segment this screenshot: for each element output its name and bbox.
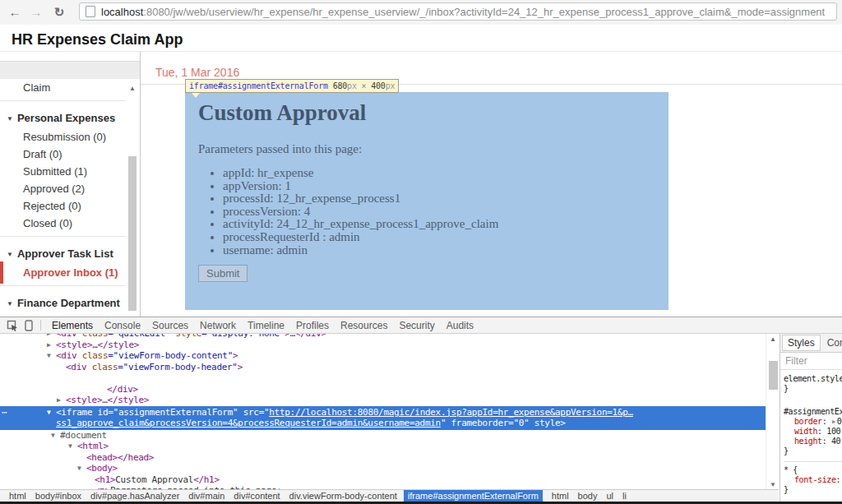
css-selector[interactable]: * { [784, 465, 842, 475]
breadcrumb-item[interactable]: div#main [188, 491, 224, 501]
dom-tree-node[interactable]: <div class="viewForm-body-header"> [0, 362, 766, 373]
syntax-token: <body> [86, 463, 118, 474]
section-collapse-icon[interactable]: ▼ [7, 300, 13, 307]
css-property[interactable]: border: ▶0p [784, 417, 842, 427]
reload-icon[interactable]: ↻ [51, 4, 67, 21]
dom-tree-node[interactable]: ▶<style>…</style> [0, 395, 766, 406]
sidebar-item-approver-inbox-1[interactable]: Approver Inbox (1) [0, 264, 125, 281]
dom-tree-node[interactable]: ▼<body> [0, 463, 766, 474]
styles-panel-tab-computed[interactable]: Computed [822, 335, 842, 350]
scroll-up-icon[interactable]: ▲ [770, 335, 776, 343]
css-property-name[interactable]: width [794, 427, 817, 436]
dom-tree-node-line: ss1_approve_claim&processVersion=4&proce… [0, 418, 766, 429]
sidebar-item-rejected-0[interactable]: Rejected (0) [0, 197, 125, 215]
syntax-token: ="quickEdit" [108, 334, 170, 339]
dom-tree-node[interactable]: <h1>Custom Approval</h1> [0, 474, 766, 486]
breadcrumb-item[interactable]: div.viewForm-body-content [289, 491, 397, 501]
expand-arrow-icon[interactable]: ▶ [832, 418, 835, 425]
collapse-arrow-icon[interactable]: ▼ [51, 430, 60, 442]
css-property-value[interactable]: 40 [831, 437, 840, 446]
scrollbar-thumb[interactable] [769, 361, 778, 390]
css-property-name[interactable]: border [794, 417, 822, 426]
css-property-name[interactable]: height [794, 437, 822, 446]
dom-tree-node[interactable]: ▶<style>…</style> [0, 340, 766, 351]
iframe-intro-text: Parameters passed into this page: [198, 142, 669, 156]
dom-tree-node[interactable]: <head></head> [0, 452, 766, 464]
resource-link[interactable]: http://localhost:8080/magic/index.jsp?ap… [269, 407, 633, 418]
sidebar-item-resubmission-0[interactable]: Resubmission (0) [0, 128, 125, 146]
address-bar[interactable]: localhost:8080/jw/web/userview/hr_expens… [79, 2, 837, 21]
dom-tree-node[interactable]: </div> [0, 384, 766, 395]
param-item: appId: hr_expense [223, 167, 669, 180]
dom-tree-node[interactable] [0, 372, 766, 384]
collapse-arrow-icon[interactable]: ▼ [47, 350, 56, 362]
styles-panel-tab-styles[interactable]: Styles [782, 335, 821, 351]
css-rule: element.style} [784, 374, 842, 394]
sidebar-item-approved-2[interactable]: Approved (2) [0, 180, 125, 197]
css-selector[interactable]: #assignmentEx [784, 407, 842, 417]
devtools-tabs: ElementsConsoleSourcesNetworkTimelinePro… [46, 320, 479, 331]
styles-filter-input[interactable]: Filter [780, 353, 842, 370]
sidebar-item-claim[interactable]: Claim [0, 79, 125, 96]
breadcrumb-item[interactable]: li [622, 491, 627, 501]
sidebar-section-approver-task-list[interactable]: ▼Approver Task List [0, 241, 125, 264]
breadcrumb-item[interactable]: html [552, 491, 569, 501]
sidebar-item-draft-0[interactable]: Draft (0) [0, 146, 125, 163]
scroll-up-icon[interactable]: ▲ [129, 85, 136, 92]
dom-tree-node[interactable]: ▼<div class="viewForm-body-content"> [0, 350, 766, 362]
syntax-token: ="assignmentExternalForm" [108, 407, 238, 418]
syntax-token: <head></head> [86, 452, 154, 463]
resource-link[interactable]: ss1_approve_claim&processVersion=4&proce… [56, 418, 441, 428]
css-rule-close: } [784, 485, 842, 495]
sidebar-item-submitted-1[interactable]: Submitted (1) [0, 163, 125, 180]
devtools-tab-elements[interactable]: Elements [52, 320, 93, 331]
tree-scrollbar[interactable]: ▲ ▼ [766, 334, 780, 490]
breadcrumb-item[interactable]: ul [606, 491, 613, 501]
submit-button[interactable]: Submit [198, 265, 248, 282]
back-icon[interactable]: ← [7, 4, 23, 21]
sidebar-section-personal-expenses[interactable]: ▼Personal Expenses [0, 105, 125, 128]
breadcrumb-item[interactable]: body#inbox [35, 491, 81, 501]
css-selector[interactable]: element.style [784, 374, 842, 384]
devtools-tab-resources[interactable]: Resources [340, 320, 387, 331]
expand-arrow-icon[interactable]: ▶ [57, 395, 66, 406]
collapse-arrow-icon[interactable]: ▼ [77, 463, 86, 474]
divider [0, 236, 125, 237]
devtools-tab-security[interactable]: Security [399, 320, 434, 331]
dom-tree-node[interactable]: ▼#document [0, 430, 766, 442]
breadcrumb-item[interactable]: div#content [234, 491, 280, 501]
scroll-down-icon[interactable]: ▼ [770, 481, 776, 488]
section-collapse-icon[interactable]: ▼ [7, 115, 13, 123]
css-property-value[interactable]: 0p [837, 417, 842, 426]
expand-arrow-icon[interactable]: ▶ [47, 340, 56, 351]
devtools-tab-sources[interactable]: Sources [152, 320, 188, 331]
breadcrumb-item[interactable]: iframe#assignmentExternalForm [404, 490, 543, 502]
css-property[interactable]: font-size: [784, 475, 842, 485]
sidebar-section-finance-department[interactable]: ▼Finance Department [0, 290, 125, 313]
devtools-tab-audits[interactable]: Audits [446, 320, 474, 331]
section-collapse-icon[interactable]: ▼ [7, 251, 13, 258]
inspect-element-icon[interactable] [7, 320, 18, 331]
devtools-tab-timeline[interactable]: Timeline [248, 320, 285, 331]
forward-icon: → [28, 4, 44, 21]
sidebar-item-closed-0[interactable]: Closed (0) [0, 215, 125, 232]
scrollbar-thumb[interactable] [128, 156, 136, 311]
devtools-tab-profiles[interactable]: Profiles [296, 320, 329, 331]
dom-tree-node[interactable]: ▼<html> [0, 441, 766, 452]
syntax-token: src [243, 407, 259, 418]
collapse-arrow-icon[interactable]: ▼ [47, 407, 56, 418]
dom-tree-node-selected[interactable]: ⋯▼<iframe id="assignmentExternalForm" sr… [0, 406, 766, 430]
param-item: processVersion: 4 [223, 206, 669, 219]
breadcrumb-item[interactable]: html [9, 491, 26, 501]
device-toolbar-icon[interactable] [25, 320, 33, 331]
sidebar-scrollbar[interactable]: ▲ [126, 79, 139, 317]
css-property-value[interactable]: 100 [826, 427, 840, 436]
css-property-name[interactable]: font-size [794, 475, 836, 484]
devtools-tab-network[interactable]: Network [200, 320, 236, 331]
devtools-tab-console[interactable]: Console [104, 320, 141, 331]
breadcrumb-item[interactable]: body [578, 491, 598, 501]
css-property[interactable]: width: 100 [784, 427, 842, 437]
collapse-arrow-icon[interactable]: ▼ [68, 441, 77, 452]
breadcrumb-item[interactable]: div#page.hasAnalyzer [90, 491, 179, 501]
css-property[interactable]: height: 40 [784, 437, 842, 446]
